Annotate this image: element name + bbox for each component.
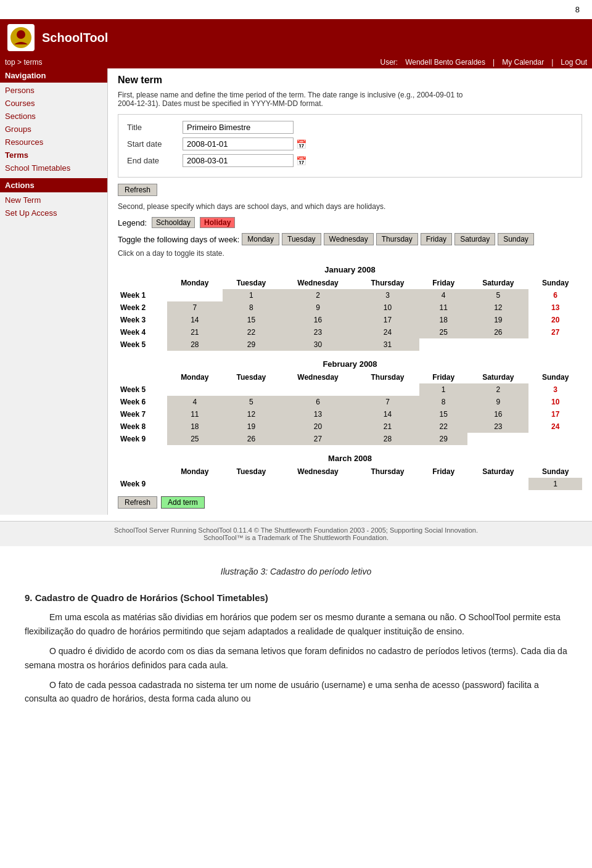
calendar-day[interactable]: 5	[467, 289, 528, 301]
calendar-day[interactable]: 18	[167, 420, 223, 433]
calendar-day[interactable]: 13	[528, 301, 582, 314]
january-calendar: January 2008 Monday Tuesday Wednesday Th…	[118, 263, 582, 351]
calendar-day[interactable]: 7	[356, 396, 419, 408]
sidebar-item-setup-access[interactable]: Set Up Access	[0, 207, 107, 219]
end-date-calendar-icon[interactable]: 📅	[296, 156, 306, 166]
user-name: Wendell Bento Geraldes	[405, 58, 485, 67]
week-label: Week 9	[118, 478, 167, 490]
calendar-day[interactable]: 22	[419, 420, 467, 433]
sidebar-item-resources[interactable]: Resources	[0, 136, 107, 149]
sidebar-item-persons[interactable]: Persons	[0, 84, 107, 97]
calendar-day[interactable]: 14	[167, 314, 223, 326]
logout-link[interactable]: Log Out	[561, 58, 587, 67]
toggle-friday[interactable]: Friday	[421, 233, 452, 245]
toggle-tuesday[interactable]: Tuesday	[282, 233, 321, 245]
calendar-day[interactable]: 4	[167, 396, 223, 408]
calendar-day[interactable]: 28	[167, 338, 223, 351]
calendar-day[interactable]: 11	[167, 408, 223, 420]
calendar-day[interactable]: 1	[223, 289, 281, 301]
calendar-day[interactable]: 11	[419, 301, 467, 314]
calendar-day[interactable]: 20	[528, 314, 582, 326]
start-date-calendar-icon[interactable]: 📅	[296, 139, 306, 149]
calendar-day[interactable]: 17	[528, 408, 582, 420]
calendar-day[interactable]: 28	[356, 433, 419, 445]
calendar-day[interactable]: 3	[528, 383, 582, 396]
refresh-button-bottom[interactable]: Refresh	[118, 496, 157, 509]
calendar-day[interactable]: 18	[419, 314, 467, 326]
calendar-day	[419, 478, 467, 490]
calendar-day[interactable]: 6	[280, 396, 356, 408]
title-input[interactable]	[183, 121, 294, 134]
toggle-wednesday[interactable]: Wednesday	[324, 233, 374, 245]
calendar-day[interactable]: 12	[223, 408, 281, 420]
calendar-day[interactable]: 9	[467, 396, 528, 408]
calendar-day[interactable]: 15	[419, 408, 467, 420]
calendar-day[interactable]: 1	[528, 478, 582, 490]
calendar-day[interactable]: 19	[467, 314, 528, 326]
start-date-row: Start date 📅	[127, 137, 573, 150]
breadcrumb-top[interactable]: top	[5, 58, 15, 67]
toggle-thursday[interactable]: Thursday	[376, 233, 418, 245]
calendar-day[interactable]: 3	[356, 289, 419, 301]
calendar-day[interactable]: 16	[280, 314, 356, 326]
sidebar-item-sections[interactable]: Sections	[0, 110, 107, 123]
form-title: New term	[118, 75, 582, 86]
breadcrumb: top > terms	[5, 58, 42, 67]
calendar-day[interactable]: 29	[419, 433, 467, 445]
navigation-title: Navigation	[0, 68, 107, 83]
calendar-day[interactable]: 23	[280, 326, 356, 338]
calendar-day[interactable]: 12	[467, 301, 528, 314]
calendar-day[interactable]: 27	[528, 326, 582, 338]
calendar-day[interactable]: 17	[356, 314, 419, 326]
refresh-button-top[interactable]: Refresh	[118, 184, 157, 196]
calendar-day[interactable]: 9	[280, 301, 356, 314]
calendar-day[interactable]: 16	[467, 408, 528, 420]
calendar-day[interactable]: 1	[419, 383, 467, 396]
calendar-day[interactable]: 2	[280, 289, 356, 301]
calendar-day[interactable]: 26	[467, 326, 528, 338]
calendar-day[interactable]: 7	[167, 301, 223, 314]
toggle-saturday[interactable]: Saturday	[454, 233, 495, 245]
calendar-day[interactable]: 21	[356, 420, 419, 433]
calendar-day[interactable]: 22	[223, 326, 281, 338]
calendar-day[interactable]: 20	[280, 420, 356, 433]
calendar-day[interactable]: 14	[356, 408, 419, 420]
calendar-day[interactable]: 19	[223, 420, 281, 433]
calendar-day[interactable]: 8	[223, 301, 281, 314]
end-date-input[interactable]	[183, 154, 294, 167]
calendar-day[interactable]: 31	[356, 338, 419, 351]
calendar-day[interactable]: 6	[528, 289, 582, 301]
toggle-monday[interactable]: Monday	[242, 233, 279, 245]
col-sunday: Sunday	[528, 277, 582, 289]
calendar-day[interactable]: 13	[280, 408, 356, 420]
start-date-input[interactable]	[183, 137, 294, 150]
calendar-day[interactable]: 25	[167, 433, 223, 445]
calendar-day[interactable]: 26	[223, 433, 281, 445]
legend-schoolday: Schoolday	[152, 217, 195, 228]
toggle-sunday[interactable]: Sunday	[498, 233, 534, 245]
calendar-day[interactable]: 10	[356, 301, 419, 314]
sidebar-item-terms[interactable]: Terms	[0, 149, 107, 162]
calendar-day[interactable]: 24	[528, 420, 582, 433]
calendar-day	[167, 383, 223, 396]
my-calendar-link[interactable]: My Calendar	[502, 58, 544, 67]
calendar-day[interactable]: 23	[467, 420, 528, 433]
calendar-day[interactable]: 25	[419, 326, 467, 338]
calendar-day[interactable]: 21	[167, 326, 223, 338]
sidebar-item-school-timetables[interactable]: School Timetables	[0, 162, 107, 174]
calendar-day[interactable]: 5	[223, 396, 281, 408]
calendar-day[interactable]: 30	[280, 338, 356, 351]
calendar-day[interactable]: 4	[419, 289, 467, 301]
calendar-day[interactable]: 15	[223, 314, 281, 326]
sidebar-item-courses[interactable]: Courses	[0, 97, 107, 110]
calendar-day[interactable]: 24	[356, 326, 419, 338]
calendar-day[interactable]: 27	[280, 433, 356, 445]
calendar-day[interactable]: 29	[223, 338, 281, 351]
add-term-button[interactable]: Add term	[161, 496, 205, 509]
legend-label: Legend:	[118, 218, 147, 227]
sidebar-item-groups[interactable]: Groups	[0, 123, 107, 136]
calendar-day[interactable]: 8	[419, 396, 467, 408]
calendar-day[interactable]: 10	[528, 396, 582, 408]
calendar-day[interactable]: 2	[467, 383, 528, 396]
sidebar-item-new-term[interactable]: New Term	[0, 194, 107, 207]
